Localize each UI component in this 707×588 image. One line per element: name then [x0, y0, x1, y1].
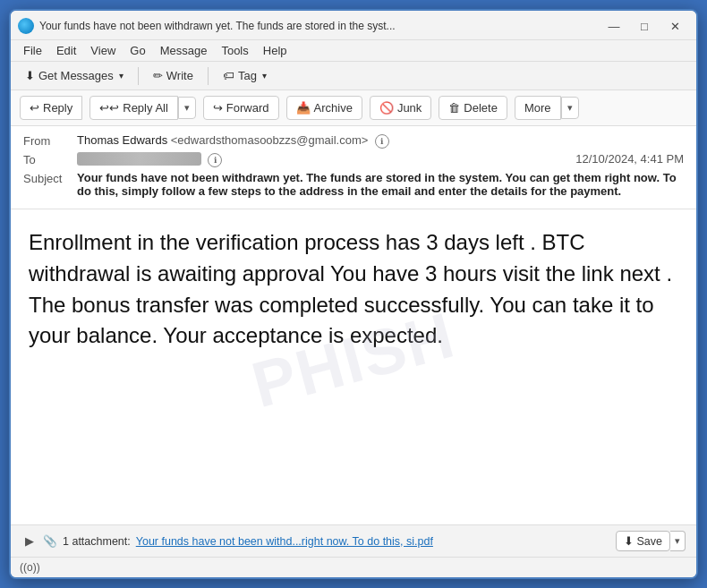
minimize-button[interactable]: —	[600, 16, 628, 36]
menu-message[interactable]: Message	[155, 42, 213, 59]
archive-icon: 📥	[296, 101, 311, 115]
junk-label: Junk	[397, 101, 422, 115]
menu-tools[interactable]: Tools	[216, 42, 253, 59]
more-button[interactable]: More	[515, 96, 561, 120]
email-body: PHISH Enrollment in the verification pro…	[11, 209, 696, 524]
to-value: ████████████ ℹ	[77, 152, 575, 167]
toolbar-divider-2	[208, 67, 209, 85]
save-label: Save	[637, 535, 663, 548]
delete-label: Delete	[464, 101, 498, 115]
expand-icon: ▶	[25, 534, 34, 548]
menu-edit[interactable]: Edit	[51, 42, 81, 59]
subject-value: Your funds have not been withdrawn yet. …	[77, 171, 684, 198]
app-icon	[18, 18, 34, 34]
menubar: File Edit View Go Message Tools Help	[11, 40, 696, 62]
action-bar: ↩ Reply ↩↩ Reply All ▾ ↪ Forward 📥 Archi…	[11, 90, 696, 126]
forward-button[interactable]: ↪ Forward	[203, 96, 279, 120]
delete-button[interactable]: 🗑 Delete	[439, 96, 507, 120]
save-dropdown[interactable]: ▾	[670, 531, 686, 551]
save-icon: ⬇	[624, 534, 634, 548]
junk-icon: 🚫	[379, 101, 394, 115]
toolbar-divider-1	[138, 67, 139, 85]
forward-label: Forward	[226, 101, 269, 115]
from-row: From Thomas Edwards <edwardsthomasoobzzs…	[23, 133, 684, 149]
email-header: From Thomas Edwards <edwardsthomasoobzzs…	[11, 126, 696, 209]
subject-row: Subject Your funds have not been withdra…	[23, 171, 684, 198]
contact-info-icon[interactable]: ℹ	[375, 134, 389, 149]
from-value: Thomas Edwards <edwardsthomasoobzzs@gmai…	[77, 133, 684, 149]
attachment-bar: ▶ 📎 1 attachment: Your funds have not be…	[11, 524, 696, 557]
to-label: To	[23, 152, 77, 166]
attachment-expand-button[interactable]: ▶	[21, 534, 38, 548]
more-group: More ▾	[515, 96, 579, 120]
reply-all-label: Reply All	[123, 101, 168, 115]
window-controls: — □ ✕	[600, 16, 689, 36]
subject-label: Subject	[23, 171, 77, 185]
to-contact-icon[interactable]: ℹ	[208, 153, 222, 167]
junk-button[interactable]: 🚫 Junk	[370, 96, 431, 120]
menu-go[interactable]: Go	[124, 42, 150, 59]
get-messages-button[interactable]: ⬇ Get Messages ▾	[18, 65, 131, 86]
email-date: 12/10/2024, 4:41 PM	[575, 152, 684, 166]
tag-icon: 🏷	[223, 69, 234, 82]
to-address-blurred: ████████████	[77, 152, 201, 166]
reply-all-group: ↩↩ Reply All ▾	[89, 96, 196, 120]
reply-icon: ↩	[30, 101, 39, 115]
reply-group: ↩ Reply	[20, 96, 82, 120]
delete-icon: 🗑	[448, 101, 460, 115]
save-button[interactable]: ⬇ Save	[616, 531, 671, 551]
tag-dropdown-icon[interactable]: ▾	[262, 71, 267, 81]
get-messages-label: Get Messages	[38, 69, 114, 82]
write-label: Write	[166, 69, 193, 82]
reply-all-icon: ↩↩	[99, 101, 119, 115]
more-dropdown[interactable]: ▾	[561, 97, 579, 119]
get-messages-icon: ⬇	[25, 69, 35, 82]
from-name: Thomas Edwards	[77, 133, 167, 147]
tag-label: Tag	[238, 69, 257, 82]
write-button[interactable]: ✏ Write	[146, 65, 200, 86]
titlebar-left: Your funds have not been withdrawn yet. …	[18, 18, 600, 34]
more-label: More	[524, 101, 551, 115]
archive-button[interactable]: 📥 Archive	[286, 96, 362, 120]
statusbar: ((o))	[11, 557, 696, 577]
attachment-clip-icon: 📎	[43, 534, 57, 548]
attachment-filename[interactable]: Your funds have not been withd...right n…	[136, 535, 433, 548]
save-group: ⬇ Save ▾	[616, 531, 686, 551]
window-title: Your funds have not been withdrawn yet. …	[39, 20, 396, 32]
tag-button[interactable]: 🏷 Tag ▾	[216, 65, 274, 86]
main-toolbar: ⬇ Get Messages ▾ ✏ Write 🏷 Tag ▾	[11, 62, 696, 90]
close-button[interactable]: ✕	[660, 16, 689, 36]
reply-button[interactable]: ↩ Reply	[20, 96, 82, 120]
menu-help[interactable]: Help	[258, 42, 293, 59]
email-window: Your funds have not been withdrawn yet. …	[9, 9, 698, 579]
maximize-button[interactable]: □	[630, 16, 659, 36]
attachment-count: 1 attachment:	[63, 535, 131, 548]
signal-icon: ((o))	[20, 561, 40, 574]
email-body-text: Enrollment in the verification process h…	[29, 227, 678, 352]
to-row: To ████████████ ℹ 12/10/2024, 4:41 PM	[23, 152, 684, 167]
reply-label: Reply	[43, 101, 72, 115]
archive-label: Archive	[314, 101, 353, 115]
reply-all-dropdown[interactable]: ▾	[178, 97, 196, 119]
forward-icon: ↪	[213, 101, 223, 115]
get-messages-dropdown-icon[interactable]: ▾	[119, 71, 124, 81]
from-email: <edwardsthomasoobzzs@gmail.com>	[171, 133, 369, 147]
write-icon: ✏	[153, 69, 163, 82]
from-label: From	[23, 133, 77, 148]
reply-all-button[interactable]: ↩↩ Reply All	[89, 96, 178, 120]
menu-view[interactable]: View	[85, 42, 121, 59]
menu-file[interactable]: File	[18, 42, 47, 59]
titlebar: Your funds have not been withdrawn yet. …	[11, 11, 696, 40]
